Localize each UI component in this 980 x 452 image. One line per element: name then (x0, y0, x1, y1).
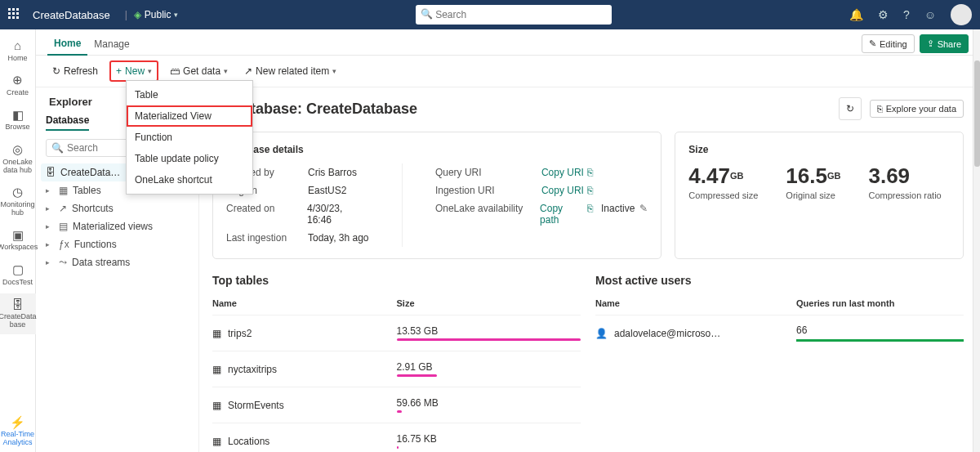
copy-onelake-path[interactable]: Copy path (540, 203, 584, 226)
table-row[interactable]: ▦Locations16.75 KB (212, 423, 581, 452)
shield-icon: ◈ (134, 9, 141, 20)
onelake-icon: ◎ (12, 143, 23, 157)
onelake-state: Inactive (601, 203, 635, 226)
plus-circle-icon: ⊕ (12, 74, 23, 87)
chevron-down-icon: ▾ (224, 67, 228, 75)
database-icon: 🗄 (11, 298, 24, 312)
data-icon: 🗃 (170, 65, 180, 77)
copy-query-uri[interactable]: Copy URI (541, 167, 584, 178)
plus-icon: + (116, 65, 122, 77)
chevron-down-icon[interactable]: ▾ (174, 11, 178, 19)
card-title: Database details (226, 144, 648, 155)
pencil-icon: ✎ (869, 38, 876, 49)
share-button[interactable]: ⇪Share (920, 34, 969, 53)
stream-icon: ⤳ (59, 257, 67, 268)
refresh-button[interactable]: ↻Refresh (47, 62, 103, 80)
tree-shortcuts[interactable]: ▸↗Shortcuts (46, 199, 198, 217)
refresh-icon: ↻ (52, 65, 60, 77)
copy-icon[interactable]: ⎘ (587, 203, 593, 226)
scrollbar[interactable] (973, 29, 980, 452)
shortcut-icon: ↗ (59, 203, 67, 214)
rail-docstest[interactable]: ▢DocsTest (0, 258, 36, 291)
refresh-icon: ↻ (846, 103, 854, 114)
matview-icon: ▤ (59, 221, 68, 232)
chevron-right-icon: ▸ (46, 240, 54, 248)
table-icon: ▦ (212, 436, 221, 447)
new-dropdown: Table Materialized View Function Table u… (126, 80, 253, 195)
notifications-icon[interactable]: 🔔 (849, 8, 863, 21)
external-icon: ↗ (244, 65, 252, 77)
rail-browse[interactable]: ◧Browse (0, 104, 36, 136)
table-icon: ▦ (212, 328, 221, 339)
pencil-icon[interactable]: ✎ (639, 203, 648, 226)
chevron-right-icon: ▸ (46, 258, 54, 266)
avatar[interactable] (951, 4, 972, 25)
user-icon: 👤 (595, 328, 608, 339)
page-title: Database: CreateDatabase (232, 101, 417, 118)
panel-top-tables: Top tables NameSize ▦trips213.53 GB▦nyct… (212, 274, 581, 452)
dd-onelake-shortcut[interactable]: OneLake shortcut (127, 169, 252, 190)
browse-icon: ◧ (12, 109, 24, 123)
card-database-details: Database details Created byCris Barros R… (212, 132, 662, 259)
chevron-down-icon: ▾ (332, 67, 336, 75)
workspace-icon: ▢ (12, 263, 24, 277)
database-icon: 🗄 (46, 167, 56, 178)
copy-icon[interactable]: ⎘ (587, 185, 593, 196)
rail-rta[interactable]: ⚡Real-Time Analytics (0, 411, 36, 452)
rail-create[interactable]: ⊕Create (0, 69, 36, 101)
tab-home[interactable]: Home (47, 33, 87, 56)
app-launcher-icon[interactable] (8, 8, 21, 21)
table-row[interactable]: ▦StormEvents59.66 MB (212, 387, 581, 423)
card-size: Size 4.47GBCompressed size 16.5GBOrigina… (675, 132, 964, 259)
search-icon: 🔍 (421, 8, 433, 20)
refresh-page-button[interactable]: ↻ (839, 97, 862, 120)
rail-monitoring[interactable]: ◷Monitoring hub (0, 181, 36, 222)
global-search-input[interactable] (416, 5, 612, 25)
copy-icon: ⎘ (877, 104, 883, 114)
panel-active-users: Most active users NameQueries run last m… (595, 274, 964, 452)
help-icon[interactable]: ? (903, 8, 910, 21)
chevron-right-icon: ▸ (46, 222, 54, 230)
rail-home[interactable]: ⌂Home (0, 34, 36, 67)
table-icon: ▦ (212, 400, 221, 411)
new-related-button[interactable]: ↗New related item▾ (239, 62, 341, 80)
table-icon: ▦ (59, 185, 68, 196)
feedback-icon[interactable]: ☺ (924, 8, 936, 21)
chevron-down-icon: ▾ (148, 67, 152, 75)
workspaces-icon: ▣ (12, 229, 24, 243)
bolt-icon: ⚡ (10, 416, 25, 430)
rail-createdatabase[interactable]: 🗄CreateData base (0, 293, 36, 334)
editing-button[interactable]: ✎Editing (862, 34, 915, 53)
monitor-icon: ◷ (12, 186, 23, 199)
table-row[interactable]: 👤adalovelace@microso…66 (595, 315, 964, 351)
sensitivity-label[interactable]: Public (145, 9, 172, 20)
dd-function[interactable]: Function (127, 127, 252, 148)
scroll-thumb[interactable] (974, 60, 980, 167)
function-icon: ƒx (59, 239, 69, 250)
chevron-right-icon: ▸ (46, 186, 54, 195)
tree-datastreams[interactable]: ▸⤳Data streams (46, 253, 198, 271)
dd-table[interactable]: Table (127, 84, 252, 105)
tree-matviews[interactable]: ▸▤Materialized views (46, 217, 198, 235)
copy-ingestion-uri[interactable]: Copy URI (541, 185, 584, 196)
explorer-tab-database[interactable]: Database (46, 114, 89, 131)
rail-onelake[interactable]: ◎OneLake data hub (0, 138, 36, 179)
share-icon: ⇪ (927, 38, 934, 49)
table-icon: ▦ (212, 364, 221, 375)
dd-table-update-policy[interactable]: Table update policy (127, 148, 252, 169)
table-row[interactable]: ▦nyctaxitrips2.91 GB (212, 351, 581, 387)
tab-manage[interactable]: Manage (87, 34, 136, 55)
app-name: CreateDatabase (33, 9, 110, 21)
table-row[interactable]: ▦trips213.53 GB (212, 315, 581, 351)
copy-icon[interactable]: ⎘ (587, 167, 593, 178)
settings-icon[interactable]: ⚙ (878, 8, 889, 21)
tree-functions[interactable]: ▸ƒxFunctions (46, 235, 198, 253)
rail-workspaces[interactable]: ▣Workspaces (0, 224, 36, 257)
dd-materialized-view[interactable]: Materialized View (127, 105, 252, 127)
new-button[interactable]: +New▾ (109, 60, 158, 82)
home-icon: ⌂ (14, 39, 21, 53)
search-icon: 🔍 (51, 142, 64, 154)
get-data-button[interactable]: 🗃Get data▾ (165, 62, 233, 80)
explore-data-button[interactable]: ⎘Explore your data (870, 100, 964, 118)
chevron-right-icon: ▸ (46, 204, 54, 213)
